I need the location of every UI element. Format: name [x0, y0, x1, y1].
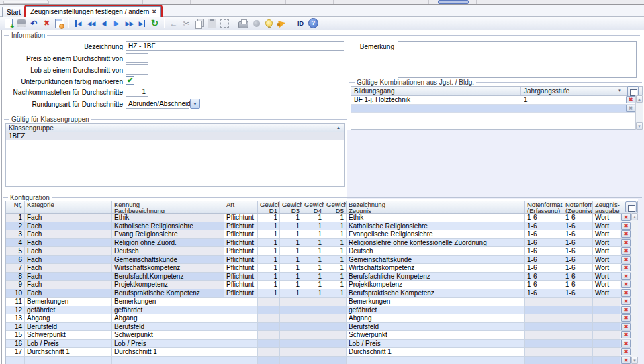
scroll-up-icon[interactable]: ▲: [631, 213, 638, 220]
tab-close-icon[interactable]: [152, 9, 156, 15]
undo-icon[interactable]: [28, 18, 40, 29]
cell-art[interactable]: [224, 340, 258, 348]
konfig-header-d5[interactable]: GewichtD5: [324, 201, 347, 213]
konfig-scrollbar[interactable]: ▲ ▼: [631, 213, 638, 364]
cell-bildungsgang[interactable]: BF 1-j. Holztechnik: [351, 96, 521, 104]
cell-kennung[interactable]: Bemerkungen: [112, 298, 224, 306]
cell-kennung[interactable]: gefährdet: [112, 306, 224, 314]
konfig-header-nf_druck[interactable]: Notenformat(Zeugnisdruck): [563, 201, 593, 213]
cell-d5[interactable]: 1: [324, 214, 347, 222]
delete-row-button[interactable]: ✖: [621, 306, 631, 314]
cell-art[interactable]: Pflichtunt: [224, 214, 258, 222]
cell-nf_druck[interactable]: 1-6: [563, 222, 593, 230]
cell-nf_druck[interactable]: 1-6: [563, 264, 593, 272]
next-record-icon[interactable]: [111, 18, 122, 29]
cell-bezeichnung[interactable]: Gemeinschaftskunde: [347, 256, 525, 264]
help-icon[interactable]: [308, 18, 319, 29]
cell-d4[interactable]: 1: [302, 256, 324, 264]
cell-nf_erfassung[interactable]: 1-6: [525, 264, 563, 272]
cell-art[interactable]: Pflichtunt: [224, 289, 258, 298]
cell-nf_erfassung[interactable]: 1-6: [525, 256, 563, 264]
cell-d5[interactable]: 1: [324, 247, 347, 255]
cell-d5[interactable]: 1: [324, 239, 347, 247]
cell-d3[interactable]: 1: [280, 230, 302, 238]
cell-d4[interactable]: 1: [302, 281, 324, 289]
cell-art[interactable]: [224, 357, 258, 364]
cell-nf_erfassung[interactable]: 1-6: [525, 247, 563, 255]
cell-nr[interactable]: 13: [6, 314, 25, 322]
cell-bezeichnung[interactable]: [347, 357, 525, 364]
print-preview-icon[interactable]: [250, 18, 262, 29]
cell-art[interactable]: [224, 306, 258, 314]
cell-bezeichnung[interactable]: Lob / Preis: [347, 340, 525, 348]
cell-art[interactable]: Pflichtunt: [224, 247, 258, 255]
hint-icon[interactable]: [263, 18, 275, 29]
cell-bezeichnung[interactable]: Abgang: [347, 314, 525, 322]
delete-record-icon[interactable]: [41, 18, 52, 29]
cell-art[interactable]: [224, 314, 258, 322]
cell-art[interactable]: Pflichtunt: [224, 222, 258, 230]
cell-nf_erfassung[interactable]: 1-6: [525, 239, 563, 247]
cell-d3[interactable]: 1: [280, 273, 302, 281]
cell-kennung[interactable]: Abgang: [112, 314, 224, 322]
cell-nr[interactable]: 14: [6, 323, 25, 331]
cell-kennung[interactable]: Berufsfeld: [112, 323, 224, 331]
delete-row-button[interactable]: ✖: [626, 105, 635, 112]
preis-input[interactable]: [126, 53, 148, 63]
cell-bezeichnung[interactable]: Ethik: [347, 214, 525, 222]
announce-icon[interactable]: [276, 18, 287, 29]
delete-row-button[interactable]: ✖: [621, 214, 631, 221]
print-icon[interactable]: [238, 18, 249, 29]
cell-d3[interactable]: 1: [280, 281, 302, 289]
konfig-header-nr[interactable]: Nr.▲: [6, 201, 25, 213]
cell-ausgabe[interactable]: Wort: [593, 247, 620, 255]
cell-bezeichnung[interactable]: Bemerkungen: [347, 298, 525, 306]
konfig-header-d1[interactable]: GewichtD1: [258, 201, 280, 213]
cell-nf_druck[interactable]: 1-6: [563, 247, 593, 255]
cell-nf_erfassung[interactable]: 1-6: [525, 289, 563, 298]
cell-nf_erfassung[interactable]: 1-6: [525, 230, 563, 238]
konfig-header-bezeichnung[interactable]: BezeichnungZeugnis: [347, 201, 525, 213]
cell-d3[interactable]: 1: [280, 264, 302, 272]
cell-art[interactable]: Pflichtunt: [224, 264, 258, 272]
cell-d5[interactable]: 1: [324, 264, 347, 272]
cell-d3[interactable]: 1: [280, 289, 302, 298]
cell-d3[interactable]: 1: [280, 239, 302, 247]
komb-header-bildungsgang[interactable]: Bildungsgang: [351, 87, 521, 95]
cell-nf_druck[interactable]: 1-6: [563, 214, 593, 222]
cell-art[interactable]: Pflichtunt: [224, 230, 258, 238]
last-record-icon[interactable]: [136, 18, 148, 29]
cell-d5[interactable]: 1: [324, 289, 347, 298]
rundungsart-dropdown-button[interactable]: [190, 99, 200, 109]
klassengruppe-row[interactable]: 1BFZ: [6, 132, 344, 140]
cell-d4[interactable]: 1: [302, 239, 324, 247]
cell-d4[interactable]: 1: [302, 273, 324, 281]
cell-d1[interactable]: 1: [258, 222, 280, 230]
konfig-header-kennung[interactable]: KennungFachbezeichnung: [112, 201, 224, 213]
cell-d1[interactable]: 1: [258, 247, 280, 255]
delete-row-button[interactable]: ✖: [621, 298, 631, 305]
cell-nf_druck[interactable]: 1-6: [563, 239, 593, 247]
cell-kategorie[interactable]: Schwerpunkt: [25, 331, 112, 339]
cell-bezeichnung[interactable]: Wirtschaftskompetenz: [347, 264, 525, 272]
konfig-header-kategorie[interactable]: Kategorie: [25, 201, 112, 213]
cell-d5[interactable]: 1: [324, 281, 347, 289]
cell-d3[interactable]: 1: [280, 214, 302, 222]
cell-d1[interactable]: 1: [258, 289, 280, 298]
komb-scrollbar[interactable]: ▲ ▼: [635, 95, 643, 130]
delete-row-button[interactable]: ✖: [621, 239, 631, 246]
cell-nf_druck[interactable]: 1-6: [563, 273, 593, 281]
cell-d5[interactable]: 1: [324, 256, 347, 264]
cell-art[interactable]: Pflichtunt: [224, 281, 258, 289]
cell-bezeichnung[interactable]: Evangelische Religionslehre: [347, 230, 525, 238]
cell-art[interactable]: [224, 323, 258, 331]
cell-kategorie[interactable]: [25, 357, 112, 364]
delete-row-button[interactable]: ✖: [621, 222, 631, 230]
cell-bezeichnung[interactable]: Berufsfachliche Kompetenz: [347, 273, 525, 281]
cell-kennung[interactable]: [112, 357, 224, 364]
cell-ausgabe[interactable]: Wort: [593, 281, 620, 289]
cell-ausgabe[interactable]: Wort: [593, 222, 620, 230]
tab-zeugniseinstellungen[interactable]: Zeugniseinstellungen festlegen / ändern: [26, 6, 161, 17]
cell-art[interactable]: [224, 348, 258, 356]
cell-bezeichnung[interactable]: gefährdet: [347, 306, 525, 314]
